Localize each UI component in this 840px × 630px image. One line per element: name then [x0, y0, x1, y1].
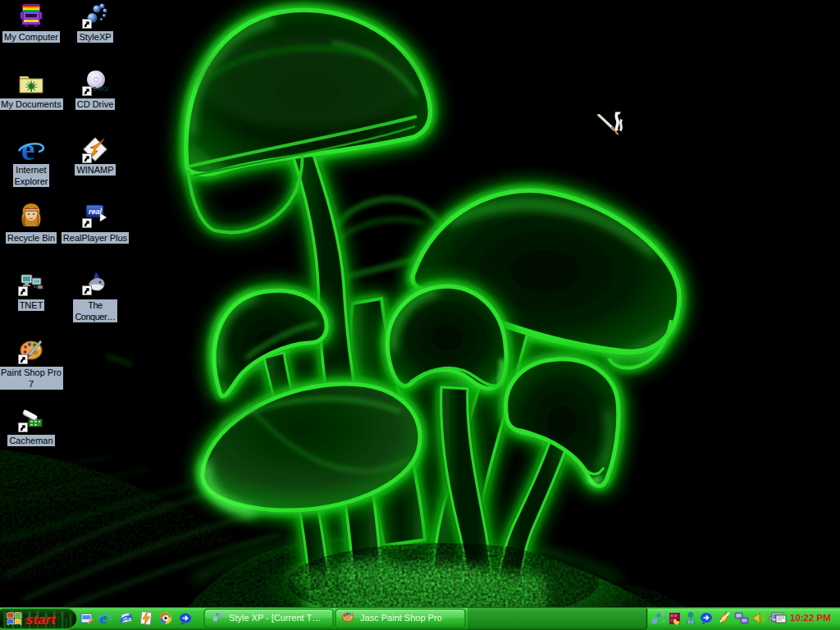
svg-text:e: e [21, 137, 34, 163]
svg-text:start: start [25, 612, 57, 628]
svg-text:D-ROM: D-ROM [93, 86, 108, 92]
svg-text:e: e [99, 611, 107, 626]
